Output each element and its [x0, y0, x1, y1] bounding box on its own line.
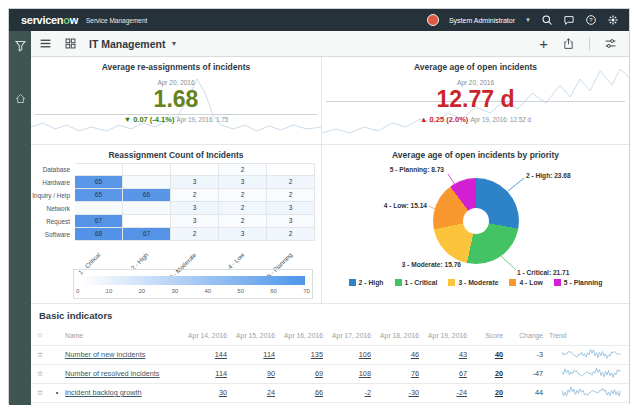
- settings-sliders-icon[interactable]: [604, 37, 617, 50]
- user-menu-caret-icon[interactable]: ▼: [525, 17, 531, 23]
- indicator-value[interactable]: 30: [219, 388, 227, 397]
- indicator-link[interactable]: Incident backlog growth: [65, 388, 142, 397]
- callout-high: 2 - High: 23.68: [526, 172, 571, 179]
- indicator-link[interactable]: Number of resolved incidents: [65, 369, 160, 378]
- app-window: servicenow Service Management System Adm…: [8, 8, 630, 404]
- indicator-value[interactable]: 106: [359, 350, 371, 359]
- grid-layout-icon[interactable]: [64, 37, 77, 50]
- dashboard-picker[interactable]: IT Management: [89, 38, 165, 50]
- heatmap-cell[interactable]: 67: [75, 215, 123, 228]
- heatmap-cell[interactable]: 2: [171, 189, 219, 202]
- indicator-value[interactable]: 76: [411, 369, 419, 378]
- heatmap-cell[interactable]: 2: [219, 202, 267, 215]
- help-icon[interactable]: ?: [585, 14, 597, 26]
- indicator-value[interactable]: 114: [215, 369, 227, 378]
- indicator-value[interactable]: 90: [267, 369, 275, 378]
- heatmap-grid: Database2Hardware65332Inquiry / Help6566…: [31, 163, 315, 241]
- table-row: ☆Number of new incidents1441141351064643…: [31, 345, 629, 364]
- heatmap-cell[interactable]: [75, 163, 123, 176]
- indicator-value[interactable]: -30: [408, 388, 419, 397]
- legend-item[interactable]: 4 - Low: [509, 279, 542, 286]
- heatmap-cell[interactable]: 2: [219, 189, 267, 202]
- heatmap-cell[interactable]: 68: [75, 228, 123, 241]
- heatmap-x-labels: 1 - Critical2 - High3 - Moderate4 - Low5…: [31, 241, 321, 267]
- color-scale-ticks: 010203040506070: [76, 288, 310, 294]
- donut-title: Average age of open incidents by priorit…: [322, 150, 629, 160]
- heatmap-cell[interactable]: 2: [267, 189, 315, 202]
- home-icon[interactable]: [14, 92, 27, 105]
- favorite-column-icon: ☆: [31, 326, 55, 345]
- donut-chart[interactable]: [433, 178, 519, 264]
- legend-swatch: [554, 279, 561, 286]
- indicator-score[interactable]: 20: [495, 388, 503, 397]
- scorecard-open-incident-age[interactable]: Average age of open incidents Apr 20, 20…: [322, 57, 629, 144]
- heatmap-cell[interactable]: 3: [219, 176, 267, 189]
- indicator-score[interactable]: 40: [495, 350, 503, 359]
- indicator-value[interactable]: 108: [359, 369, 371, 378]
- heatmap-cell[interactable]: 2: [267, 176, 315, 189]
- user-menu[interactable]: System Administrator: [449, 17, 515, 24]
- heatmap-cell[interactable]: 3: [171, 176, 219, 189]
- heatmap-cell[interactable]: 3: [267, 202, 315, 215]
- heatmap-cell[interactable]: [75, 202, 123, 215]
- scale-tick: 60: [270, 288, 277, 294]
- heatmap-cell[interactable]: 2: [171, 228, 219, 241]
- indicator-value[interactable]: 144: [215, 350, 227, 359]
- filter-icon[interactable]: [14, 39, 27, 52]
- heatmap-cell[interactable]: 3: [267, 215, 315, 228]
- menu-icon[interactable]: [39, 37, 52, 50]
- user-avatar[interactable]: [427, 14, 439, 26]
- heatmap-cell[interactable]: 2: [219, 163, 267, 176]
- legend-label: 5 - Planning: [564, 279, 603, 286]
- indicator-value[interactable]: 135: [311, 350, 323, 359]
- indicators-title: Basic indicators: [39, 310, 112, 321]
- indicator-value[interactable]: 46: [411, 350, 419, 359]
- heatmap-cell[interactable]: 67: [123, 228, 171, 241]
- heatmap-cell[interactable]: [267, 163, 315, 176]
- gear-icon[interactable]: [607, 14, 619, 26]
- indicator-value[interactable]: 66: [315, 388, 323, 397]
- column-header: Score: [473, 326, 509, 345]
- heatmap-cell[interactable]: 3: [171, 215, 219, 228]
- heatmap-cell[interactable]: 2: [267, 228, 315, 241]
- chat-icon[interactable]: [563, 14, 575, 26]
- indicator-link[interactable]: Number of new incidents: [65, 350, 145, 359]
- heatmap-cell[interactable]: 3: [219, 228, 267, 241]
- heatmap-cell[interactable]: 3: [171, 202, 219, 215]
- heatmap-cell[interactable]: [123, 163, 171, 176]
- favorite-star-icon[interactable]: ☆: [31, 383, 55, 402]
- heatmap-cell[interactable]: 2: [219, 215, 267, 228]
- scorecard-reassignments[interactable]: Average re-assignments of incidents Apr …: [31, 57, 321, 144]
- indicator-value[interactable]: 69: [315, 369, 323, 378]
- indicator-value[interactable]: 43: [459, 350, 467, 359]
- dashboard-picker-caret-icon[interactable]: ▼: [170, 40, 177, 47]
- heatmap-cell[interactable]: [123, 202, 171, 215]
- favorite-star-icon[interactable]: ☆: [31, 345, 55, 364]
- legend-item[interactable]: 5 - Planning: [554, 279, 603, 286]
- indicator-value[interactable]: 114: [263, 350, 275, 359]
- favorite-star-icon[interactable]: ☆: [31, 364, 55, 383]
- heatmap-cell[interactable]: 65: [75, 176, 123, 189]
- search-icon[interactable]: [541, 14, 553, 26]
- indicator-value[interactable]: 67: [459, 369, 467, 378]
- legend-item[interactable]: 1 - Critical: [395, 279, 438, 286]
- heatmap-row-label: Software: [31, 228, 75, 241]
- heatmap-cell[interactable]: [171, 163, 219, 176]
- legend-item[interactable]: 3 - Moderate: [448, 279, 498, 286]
- heatmap-cell[interactable]: [123, 215, 171, 228]
- indicator-value[interactable]: -24: [456, 388, 467, 397]
- indicator-value[interactable]: 24: [267, 388, 275, 397]
- heatmap-cell[interactable]: [123, 176, 171, 189]
- indicator-score[interactable]: 20: [495, 369, 503, 378]
- table-row: ☆Number of resolved incidents11490691087…: [31, 364, 629, 383]
- legend-swatch: [395, 279, 402, 286]
- share-icon[interactable]: [562, 37, 575, 50]
- callout-critical: 1 - Critical: 21.71: [517, 269, 569, 276]
- scorecard2-date: Apr 20, 2016: [322, 79, 629, 86]
- heatmap-cell[interactable]: 65: [75, 189, 123, 202]
- add-widget-button[interactable]: +: [539, 37, 548, 50]
- legend-item[interactable]: 2 - High: [349, 279, 384, 286]
- column-header: Name: [65, 326, 185, 345]
- heatmap-cell[interactable]: 66: [123, 189, 171, 202]
- indicator-value[interactable]: -2: [365, 388, 372, 397]
